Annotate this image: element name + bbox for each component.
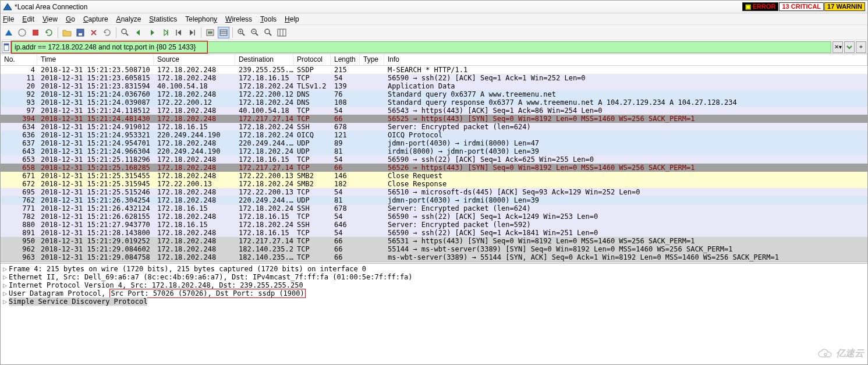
toolbar bbox=[1, 25, 867, 40]
jump-to-icon[interactable] bbox=[160, 27, 171, 38]
table-row[interactable]: 8802018-12-31 15:21:27.943770172.18.16.1… bbox=[1, 221, 867, 229]
apply-filter-icon[interactable] bbox=[844, 41, 855, 53]
svg-point-23 bbox=[265, 29, 270, 34]
reload-file-icon[interactable] bbox=[101, 27, 113, 38]
go-forward-icon[interactable] bbox=[146, 27, 158, 38]
detail-udp[interactable]: ▷User Datagram Protocol, Src Port: 57026… bbox=[1, 289, 867, 297]
watermark: 亿速云 bbox=[817, 348, 864, 360]
stop-capture-icon[interactable] bbox=[16, 27, 28, 38]
menu-telephony[interactable]: Telephony bbox=[185, 15, 217, 23]
filter-bar: ✕▾ + bbox=[1, 40, 867, 54]
table-row[interactable]: 6722018-12-31 15:21:25.315945172.22.200.… bbox=[1, 180, 867, 188]
table-row[interactable]: 7822018-12-31 15:21:26.628155172.18.202.… bbox=[1, 212, 867, 221]
svg-line-5 bbox=[126, 33, 128, 36]
table-row[interactable]: 7712018-12-31 15:21:26.432124172.18.16.1… bbox=[1, 204, 867, 212]
detail-ip[interactable]: ▷Internet Protocol Version 4, Src: 172.1… bbox=[1, 281, 867, 289]
packet-list[interactable]: 42018-12-31 15:21:23.508710172.18.202.24… bbox=[1, 66, 867, 261]
table-row[interactable]: 972018-12-31 15:21:24.118512172.18.202.2… bbox=[1, 107, 867, 115]
menu-file[interactable]: File bbox=[3, 15, 14, 23]
col-no[interactable]: No. bbox=[1, 54, 37, 65]
udp-ports-highlight: Src Port: 57026 (57026), Dst Port: ssdp … bbox=[109, 289, 305, 298]
svg-rect-29 bbox=[4, 44, 9, 45]
svg-rect-3 bbox=[79, 33, 82, 36]
table-row[interactable]: 42018-12-31 15:21:23.508710172.18.202.24… bbox=[1, 66, 867, 74]
table-row[interactable]: 6342018-12-31 15:21:24.919012172.18.16.1… bbox=[1, 123, 867, 131]
table-row[interactable]: 6372018-12-31 15:21:24.954701172.18.202.… bbox=[1, 139, 867, 147]
zoom-out-icon[interactable] bbox=[249, 27, 261, 38]
table-row[interactable]: 6952018-12-31 15:21:25.515246172.18.202.… bbox=[1, 188, 867, 196]
menu-analyze[interactable]: Analyze bbox=[116, 15, 141, 23]
go-back-icon[interactable] bbox=[133, 27, 144, 38]
menu-wireless[interactable]: Wireless bbox=[225, 15, 252, 23]
autoscroll-icon[interactable] bbox=[204, 27, 216, 38]
bookmark-filter-icon[interactable] bbox=[2, 41, 11, 53]
col-protocol[interactable]: Protocol bbox=[293, 54, 331, 65]
menu-help[interactable]: Help bbox=[285, 15, 299, 23]
find-packet-icon[interactable] bbox=[119, 27, 131, 38]
table-row[interactable]: 9632018-12-31 15:21:29.084758172.18.202.… bbox=[1, 253, 867, 261]
zoom-reset-icon[interactable] bbox=[263, 27, 274, 38]
table-row[interactable]: 6532018-12-31 15:21:25.118296172.18.202.… bbox=[1, 155, 867, 164]
svg-rect-25 bbox=[278, 29, 286, 36]
detail-ssdp[interactable]: ▷Simple Service Discovery Protocol bbox=[1, 297, 867, 306]
titlebar: *Local Area Connection ▣ ERROR 13 CRITIC… bbox=[1, 1, 867, 13]
add-filter-icon[interactable]: + bbox=[856, 41, 866, 53]
detail-ethernet[interactable]: ▷Ethernet II, Src: Dell_69:a6:a7 (8c:ec:… bbox=[1, 273, 867, 281]
table-row[interactable]: 9622018-12-31 15:21:29.084602172.18.202.… bbox=[1, 245, 867, 253]
close-file-icon[interactable] bbox=[88, 27, 100, 38]
svg-line-21 bbox=[256, 33, 258, 36]
warning-badge[interactable]: 17 WARNIN bbox=[824, 2, 865, 11]
clear-filter-icon[interactable]: ✕▾ bbox=[832, 41, 843, 53]
menu-capture[interactable]: Capture bbox=[83, 15, 108, 23]
resize-columns-icon[interactable] bbox=[276, 27, 288, 38]
restart2-icon[interactable] bbox=[43, 27, 55, 38]
table-row[interactable]: 922018-12-31 15:21:24.036760172.18.202.2… bbox=[1, 90, 867, 98]
col-type[interactable]: Type bbox=[360, 54, 384, 65]
table-row[interactable]: 9502018-12-31 15:21:29.019252172.18.202.… bbox=[1, 237, 867, 245]
table-row[interactable]: 6712018-12-31 15:21:25.315455172.18.202.… bbox=[1, 172, 867, 180]
svg-line-17 bbox=[242, 33, 245, 36]
svg-point-0 bbox=[19, 29, 26, 36]
menu-statistics[interactable]: Statistics bbox=[149, 15, 177, 23]
table-row[interactable]: 8912018-12-31 15:21:28.143800172.18.202.… bbox=[1, 229, 867, 237]
packet-details[interactable]: ▷Frame 4: 215 bytes on wire (1720 bits),… bbox=[1, 264, 867, 316]
go-last-icon[interactable] bbox=[186, 27, 198, 38]
app-icon bbox=[3, 2, 12, 12]
table-row[interactable]: 932018-12-31 15:21:24.039087172.22.200.1… bbox=[1, 98, 867, 107]
table-row[interactable]: 6582018-12-31 15:21:25.168285172.18.202.… bbox=[1, 164, 867, 172]
svg-rect-1 bbox=[33, 30, 38, 36]
svg-point-4 bbox=[122, 29, 126, 34]
window-title: *Local Area Connection bbox=[15, 3, 87, 11]
svg-rect-13 bbox=[220, 30, 227, 36]
svg-point-30 bbox=[824, 353, 827, 356]
table-row[interactable]: 7622018-12-31 15:21:26.304254172.18.202.… bbox=[1, 196, 867, 204]
svg-line-24 bbox=[269, 33, 271, 36]
detail-frame[interactable]: ▷Frame 4: 215 bytes on wire (1720 bits),… bbox=[1, 265, 867, 273]
packet-list-header: No. Time Source Destination Protocol Len… bbox=[1, 54, 867, 66]
display-filter-input[interactable] bbox=[12, 41, 207, 53]
critical-badge[interactable]: 13 CRITICAL bbox=[779, 2, 824, 11]
zoom-in-icon[interactable] bbox=[236, 27, 247, 38]
col-time[interactable]: Time bbox=[37, 54, 154, 65]
col-length[interactable]: Length bbox=[331, 54, 360, 65]
colorize-icon[interactable] bbox=[218, 27, 229, 38]
open-file-icon[interactable] bbox=[61, 27, 73, 38]
menu-view[interactable]: View bbox=[42, 15, 58, 23]
table-row[interactable]: 112018-12-31 15:21:23.605815172.18.202.2… bbox=[1, 74, 867, 82]
restart-capture-icon[interactable] bbox=[30, 27, 41, 38]
table-row[interactable]: 202018-12-31 15:21:23.83159440.100.54.18… bbox=[1, 82, 867, 90]
col-source[interactable]: Source bbox=[154, 54, 235, 65]
filter-extended-area[interactable] bbox=[207, 41, 831, 53]
save-file-icon[interactable] bbox=[75, 27, 86, 38]
menu-edit[interactable]: Edit bbox=[22, 15, 34, 23]
table-row[interactable]: 3942018-12-31 15:21:24.481430172.18.202.… bbox=[1, 115, 867, 123]
error-badge[interactable]: ▣ ERROR bbox=[742, 2, 779, 11]
menu-go[interactable]: Go bbox=[66, 15, 75, 23]
col-destination[interactable]: Destination bbox=[235, 54, 293, 65]
go-first-icon[interactable] bbox=[173, 27, 185, 38]
col-info[interactable]: Info bbox=[384, 54, 867, 65]
table-row[interactable]: 6432018-12-31 15:21:24.966304220.249.244… bbox=[1, 147, 867, 155]
menu-tools[interactable]: Tools bbox=[260, 15, 277, 23]
start-capture-icon[interactable] bbox=[3, 27, 15, 38]
table-row[interactable]: 6362018-12-31 15:21:24.953321220.249.244… bbox=[1, 131, 867, 139]
